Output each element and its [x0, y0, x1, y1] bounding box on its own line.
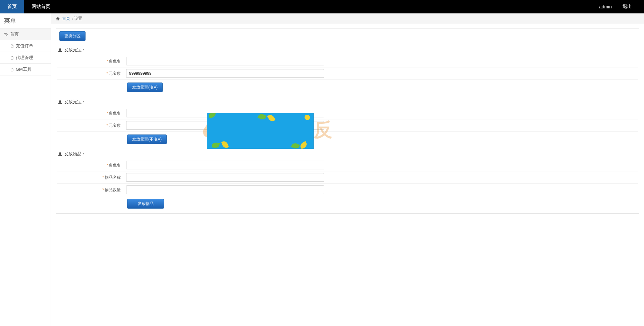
form-row: *角色名: [57, 159, 638, 171]
sidebar-item-label: 充值订单: [16, 43, 33, 49]
sidebar-title: 菜单: [0, 13, 51, 29]
required-mark: *: [106, 71, 108, 76]
sidebar-item-label: 首页: [10, 31, 19, 37]
breadcrumb-current: 设置: [74, 16, 82, 21]
role-name-input-1[interactable]: [126, 57, 324, 65]
role-name-input-3[interactable]: [126, 161, 324, 169]
form-control: [124, 184, 638, 196]
form-row: *物品数量: [57, 184, 638, 196]
form-label: *物品数量: [57, 184, 124, 196]
sidebar-item-agent[interactable]: 代理管理: [0, 52, 51, 64]
home-icon: [56, 16, 60, 21]
nav-logout[interactable]: 退出: [617, 4, 637, 10]
issue-item-button[interactable]: 发放物品: [127, 199, 164, 209]
form-label: *角色名: [57, 160, 124, 171]
section-title-label: 发放元宝：: [64, 47, 86, 53]
change-zone-button[interactable]: 更换分区: [59, 31, 86, 41]
form-row: *元宝数: [57, 67, 638, 80]
file-icon: [10, 44, 14, 48]
panel: 更换分区 发放元宝： *角色名 *元宝数 发放元宝(涨V): [56, 28, 639, 214]
sidebar-item-home[interactable]: 首页: [0, 29, 51, 40]
label-text: 物品数量: [105, 187, 121, 192]
form-control: [124, 55, 638, 67]
role-name-input-2[interactable]: [126, 109, 324, 117]
item-qty-input[interactable]: [126, 185, 324, 194]
form-label: *元宝数: [57, 68, 124, 79]
label-text: 角色名: [109, 111, 121, 115]
nav-site-home[interactable]: 网站首页: [24, 0, 58, 13]
label-text: 物品名称: [105, 175, 121, 180]
form-row: *角色名: [57, 55, 638, 67]
label-text: 角色名: [109, 59, 121, 63]
required-mark: *: [106, 111, 108, 115]
sidebar-item-label: 代理管理: [16, 55, 33, 61]
breadcrumb-home[interactable]: 首页: [62, 16, 70, 21]
sidebar-item-recharge[interactable]: 充值订单: [0, 40, 51, 52]
section-title-label: 发放元宝：: [64, 99, 86, 105]
file-icon: [10, 67, 14, 72]
label-text: 角色名: [109, 163, 121, 167]
form-label: *物品名称: [57, 172, 124, 183]
user-icon: [58, 100, 62, 104]
form-row: *元宝数: [57, 119, 638, 132]
required-mark: *: [102, 187, 104, 192]
form-label: *角色名: [57, 56, 124, 67]
layout: 菜单 首页 充值订单 代理管理 GM工具: [0, 13, 644, 326]
form-action: 发放元宝(涨V): [56, 80, 639, 96]
section-title-label: 发放物品：: [64, 151, 86, 157]
form-control: [124, 67, 638, 79]
form-control: [124, 107, 638, 119]
form-control: [124, 171, 638, 183]
user-icon: [58, 152, 62, 156]
topbar-right: admin 退出: [594, 4, 637, 10]
gold-amount-input-1[interactable]: [126, 69, 324, 78]
breadcrumb: 首页 › 设置: [51, 13, 644, 24]
form-row: *角色名: [57, 107, 638, 119]
chevron-right-icon: ›: [72, 16, 73, 21]
form-label: *角色名: [57, 108, 124, 119]
sidebar-item-gm[interactable]: GM工具: [0, 64, 51, 75]
sidebar: 菜单 首页 充值订单 代理管理 GM工具: [0, 13, 51, 326]
gear-icon: [4, 32, 8, 36]
nav-user[interactable]: admin: [594, 4, 617, 9]
topbar-left: 首页 网站首页: [0, 0, 58, 13]
gold-amount-input-2[interactable]: [126, 121, 324, 130]
sidebar-item-label: GM工具: [16, 66, 32, 72]
issue-gold-vip-button[interactable]: 发放元宝(涨V): [127, 83, 163, 92]
required-mark: *: [106, 123, 108, 128]
user-icon: [58, 48, 62, 52]
section-title-1: 发放元宝：: [56, 44, 639, 55]
required-mark: *: [102, 175, 104, 180]
form-row: *物品名称: [57, 171, 638, 184]
label-text: 元宝数: [109, 71, 121, 76]
form-action: 发放物品: [56, 196, 639, 212]
issue-gold-novip-button[interactable]: 发放元宝(不涨V): [127, 134, 167, 144]
form-control: [124, 159, 638, 171]
nav-home[interactable]: 首页: [0, 0, 24, 13]
form-label: *元宝数: [57, 120, 124, 131]
label-text: 元宝数: [109, 123, 121, 128]
main: 首页 › 设置 更换分区 发放元宝： *角色名 *元宝数 发放元宝(涨: [51, 13, 644, 326]
section-title-3: 发放物品：: [56, 148, 639, 159]
form-control: [124, 119, 638, 131]
form-action: 发放元宝(不涨V): [56, 132, 639, 148]
section-title-2: 发放元宝：: [56, 96, 639, 107]
required-mark: *: [106, 59, 108, 63]
topbar: 首页 网站首页 admin 退出: [0, 0, 644, 13]
required-mark: *: [106, 163, 108, 167]
item-name-input[interactable]: [126, 173, 324, 182]
file-icon: [10, 56, 14, 60]
